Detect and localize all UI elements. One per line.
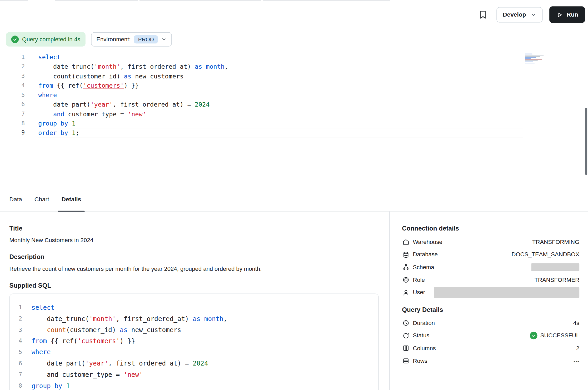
editor-minimap [525,54,551,63]
bookmark-button[interactable] [476,8,490,21]
detail-label: Columns [413,345,436,352]
bookmark-icon [478,10,488,19]
develop-label: Develop [503,11,526,18]
ref-link[interactable]: 'customers' [83,82,124,89]
code-token: 'year' [85,359,108,367]
line-number: 1 [0,52,25,62]
code-token: select [32,304,55,311]
supplied-sql-block: 1select2 date_trunc('month', first_order… [9,294,379,390]
code-text: from {{ ref('customers') }} [38,81,139,91]
code-token: , first_ordered_at) [120,63,195,70]
code-token: and customer_type = [32,371,124,378]
code-line: 5where [10,347,378,358]
code-token: 1 [72,129,76,137]
editor-code-lines: 1select2 date_trunc('month', first_order… [0,52,588,138]
detail-label: Status [413,332,430,339]
status-icon [402,332,409,339]
redacted-value [531,263,579,271]
code-token [200,315,204,322]
schema-icon [402,264,409,271]
code-token: from [38,82,53,89]
detail-value: TRANSFORMER [535,277,580,283]
detail-label: Role [413,277,425,283]
tab-details[interactable]: Details [62,187,81,211]
chevron-down-icon [531,12,536,17]
code-token: ) }} [124,82,139,89]
develop-dropdown-button[interactable]: Develop [496,7,543,22]
code-token: select [38,54,61,61]
code-token: , first_ordered_at) [116,315,193,322]
line-number: 8 [10,380,22,390]
code-token: count [47,326,66,333]
code-token: new_customers [127,326,181,333]
details-right-column: Connection details WarehouseTRANSFORMING… [390,212,588,390]
code-text: date_trunc('month', first_ordered_at) as… [32,313,227,324]
query-status-pill: Query completed in 4s [6,32,86,47]
code-token: as [193,315,200,322]
code-line: 8group by 1 [10,380,378,390]
detail-row-schema: Schema [402,261,579,274]
code-token: count(customer_id) [38,73,124,80]
query-status-text: Query completed in 4s [22,36,80,43]
run-label: Run [567,11,578,18]
dbt-query-page: Develop Run Query completed in 4s Enviro… [0,0,588,390]
code-token: where [32,348,51,356]
database-icon [402,251,409,258]
code-line: 7 and customer_type = 'new' [10,369,378,380]
details-content: Title Monthly New Customers in 2024 Desc… [0,212,588,390]
code-text: count(customer_id) as new_customers [38,72,183,81]
scrollbar-thumb[interactable] [585,108,587,175]
code-token: new_customers [131,73,183,80]
environment-dropdown[interactable]: Environment: PROD [91,32,172,47]
detail-label: Database [413,251,438,258]
code-token: 1 [66,382,70,389]
code-line: 1select [0,52,588,62]
detail-label: Schema [413,264,434,271]
code-text: order by 1; [38,128,79,138]
code-token: 'new' [124,371,143,378]
supplied-sql-lines: 1select2 date_trunc('month', first_order… [10,302,378,390]
code-token: date_trunc( [32,315,89,322]
code-token: 'customers' [78,337,120,344]
line-number: 4 [0,81,25,91]
code-text: group by 1 [38,119,76,128]
code-token: from [32,337,47,344]
code-token: month [204,315,223,322]
detail-label: Rows [413,358,427,364]
duration-icon [402,319,409,327]
detail-value: 2 [576,345,579,352]
code-text: where [32,347,51,358]
code-line: 2 date_trunc('month', first_ordered_at) … [0,62,588,71]
code-line: 4from {{ ref('customers') }} [0,81,588,91]
line-number: 5 [10,347,22,358]
code-token: 'year' [90,101,113,108]
code-line: 7 and customer_type = 'new' [0,109,588,119]
code-text: select [32,302,55,313]
code-line: 8group by 1 [0,119,588,128]
success-check-icon [11,36,19,43]
code-text: date_part('year', first_ordered_at) = 20… [32,358,208,369]
toolbar: Develop Run [0,0,588,29]
detail-label: Warehouse [413,239,442,246]
rows-icon [402,357,409,364]
line-number: 3 [10,324,22,336]
tab-data[interactable]: Data [9,187,22,211]
description-heading: Description [9,253,379,261]
code-token: {{ ref( [53,82,83,89]
code-token: , [223,315,227,322]
description-value: Retrieve the count of new customers per … [9,266,379,272]
code-line: 5where [0,91,588,100]
supplied-sql-heading: Supplied SQL [9,282,379,289]
warehouse-icon [402,238,409,246]
line-number: 9 [0,128,25,138]
detail-row-rows: Rows--- [402,354,579,367]
tab-chart[interactable]: Chart [34,187,49,211]
run-button[interactable]: Run [549,6,585,23]
connection-details-rows: WarehouseTRANSFORMINGDatabaseDOCS_TEAM_S… [402,236,579,299]
code-line: 3 count(customer_id) as new_customers [10,324,378,336]
role-icon [402,276,409,283]
line-number: 4 [10,336,22,347]
line-number: 7 [10,369,22,380]
sql-editor[interactable]: 1select2 date_trunc('month', first_order… [0,48,588,187]
code-line: 6 date_part('year', first_ordered_at) = … [10,358,378,369]
